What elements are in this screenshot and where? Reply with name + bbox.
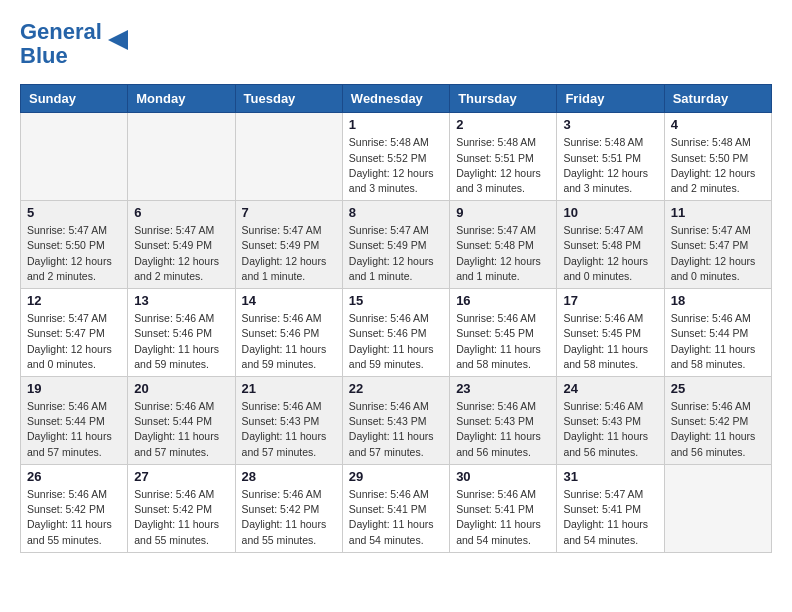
- day-info: Sunrise: 5:47 AM Sunset: 5:47 PM Dayligh…: [27, 311, 121, 372]
- weekday-header: Monday: [128, 85, 235, 113]
- calendar-week-row: 5Sunrise: 5:47 AM Sunset: 5:50 PM Daylig…: [21, 201, 772, 289]
- calendar-cell: [664, 464, 771, 552]
- day-info: Sunrise: 5:47 AM Sunset: 5:50 PM Dayligh…: [27, 223, 121, 284]
- svg-marker-0: [108, 30, 128, 50]
- day-number: 22: [349, 381, 443, 396]
- calendar-header-row: SundayMondayTuesdayWednesdayThursdayFrid…: [21, 85, 772, 113]
- day-number: 4: [671, 117, 765, 132]
- calendar-cell: 18Sunrise: 5:46 AM Sunset: 5:44 PM Dayli…: [664, 289, 771, 377]
- calendar-cell: 14Sunrise: 5:46 AM Sunset: 5:46 PM Dayli…: [235, 289, 342, 377]
- day-number: 30: [456, 469, 550, 484]
- day-info: Sunrise: 5:47 AM Sunset: 5:48 PM Dayligh…: [563, 223, 657, 284]
- day-number: 26: [27, 469, 121, 484]
- day-number: 29: [349, 469, 443, 484]
- day-info: Sunrise: 5:46 AM Sunset: 5:43 PM Dayligh…: [456, 399, 550, 460]
- calendar-cell: 28Sunrise: 5:46 AM Sunset: 5:42 PM Dayli…: [235, 464, 342, 552]
- calendar-cell: 19Sunrise: 5:46 AM Sunset: 5:44 PM Dayli…: [21, 377, 128, 465]
- day-number: 17: [563, 293, 657, 308]
- day-info: Sunrise: 5:46 AM Sunset: 5:43 PM Dayligh…: [563, 399, 657, 460]
- calendar-cell: 5Sunrise: 5:47 AM Sunset: 5:50 PM Daylig…: [21, 201, 128, 289]
- day-number: 8: [349, 205, 443, 220]
- calendar-cell: 11Sunrise: 5:47 AM Sunset: 5:47 PM Dayli…: [664, 201, 771, 289]
- calendar-cell: 26Sunrise: 5:46 AM Sunset: 5:42 PM Dayli…: [21, 464, 128, 552]
- day-info: Sunrise: 5:48 AM Sunset: 5:50 PM Dayligh…: [671, 135, 765, 196]
- calendar-table: SundayMondayTuesdayWednesdayThursdayFrid…: [20, 84, 772, 552]
- calendar-cell: 22Sunrise: 5:46 AM Sunset: 5:43 PM Dayli…: [342, 377, 449, 465]
- day-number: 2: [456, 117, 550, 132]
- calendar-cell: 4Sunrise: 5:48 AM Sunset: 5:50 PM Daylig…: [664, 113, 771, 201]
- calendar-cell: 21Sunrise: 5:46 AM Sunset: 5:43 PM Dayli…: [235, 377, 342, 465]
- day-info: Sunrise: 5:47 AM Sunset: 5:49 PM Dayligh…: [349, 223, 443, 284]
- day-info: Sunrise: 5:46 AM Sunset: 5:45 PM Dayligh…: [563, 311, 657, 372]
- day-info: Sunrise: 5:46 AM Sunset: 5:43 PM Dayligh…: [242, 399, 336, 460]
- calendar-cell: 20Sunrise: 5:46 AM Sunset: 5:44 PM Dayli…: [128, 377, 235, 465]
- day-info: Sunrise: 5:46 AM Sunset: 5:46 PM Dayligh…: [349, 311, 443, 372]
- day-info: Sunrise: 5:46 AM Sunset: 5:43 PM Dayligh…: [349, 399, 443, 460]
- calendar-cell: 23Sunrise: 5:46 AM Sunset: 5:43 PM Dayli…: [450, 377, 557, 465]
- day-number: 16: [456, 293, 550, 308]
- calendar-week-row: 26Sunrise: 5:46 AM Sunset: 5:42 PM Dayli…: [21, 464, 772, 552]
- day-number: 7: [242, 205, 336, 220]
- calendar-cell: 6Sunrise: 5:47 AM Sunset: 5:49 PM Daylig…: [128, 201, 235, 289]
- calendar-cell: 9Sunrise: 5:47 AM Sunset: 5:48 PM Daylig…: [450, 201, 557, 289]
- weekday-header: Tuesday: [235, 85, 342, 113]
- calendar-cell: 1Sunrise: 5:48 AM Sunset: 5:52 PM Daylig…: [342, 113, 449, 201]
- day-info: Sunrise: 5:47 AM Sunset: 5:49 PM Dayligh…: [134, 223, 228, 284]
- day-number: 6: [134, 205, 228, 220]
- calendar-cell: [21, 113, 128, 201]
- page-header: GeneralBlue: [20, 20, 772, 68]
- day-number: 24: [563, 381, 657, 396]
- calendar-cell: 25Sunrise: 5:46 AM Sunset: 5:42 PM Dayli…: [664, 377, 771, 465]
- day-number: 12: [27, 293, 121, 308]
- weekday-header: Thursday: [450, 85, 557, 113]
- day-info: Sunrise: 5:46 AM Sunset: 5:41 PM Dayligh…: [349, 487, 443, 548]
- calendar-cell: 27Sunrise: 5:46 AM Sunset: 5:42 PM Dayli…: [128, 464, 235, 552]
- weekday-header: Sunday: [21, 85, 128, 113]
- day-info: Sunrise: 5:46 AM Sunset: 5:44 PM Dayligh…: [134, 399, 228, 460]
- weekday-header: Saturday: [664, 85, 771, 113]
- calendar-cell: 8Sunrise: 5:47 AM Sunset: 5:49 PM Daylig…: [342, 201, 449, 289]
- calendar-cell: 17Sunrise: 5:46 AM Sunset: 5:45 PM Dayli…: [557, 289, 664, 377]
- day-number: 25: [671, 381, 765, 396]
- calendar-cell: 3Sunrise: 5:48 AM Sunset: 5:51 PM Daylig…: [557, 113, 664, 201]
- calendar-cell: 7Sunrise: 5:47 AM Sunset: 5:49 PM Daylig…: [235, 201, 342, 289]
- calendar-cell: 31Sunrise: 5:47 AM Sunset: 5:41 PM Dayli…: [557, 464, 664, 552]
- day-info: Sunrise: 5:47 AM Sunset: 5:49 PM Dayligh…: [242, 223, 336, 284]
- calendar-cell: 12Sunrise: 5:47 AM Sunset: 5:47 PM Dayli…: [21, 289, 128, 377]
- day-info: Sunrise: 5:46 AM Sunset: 5:41 PM Dayligh…: [456, 487, 550, 548]
- logo-icon: [104, 26, 132, 54]
- day-info: Sunrise: 5:46 AM Sunset: 5:42 PM Dayligh…: [242, 487, 336, 548]
- calendar-week-row: 1Sunrise: 5:48 AM Sunset: 5:52 PM Daylig…: [21, 113, 772, 201]
- day-number: 18: [671, 293, 765, 308]
- day-info: Sunrise: 5:46 AM Sunset: 5:45 PM Dayligh…: [456, 311, 550, 372]
- day-info: Sunrise: 5:46 AM Sunset: 5:44 PM Dayligh…: [671, 311, 765, 372]
- weekday-header: Friday: [557, 85, 664, 113]
- day-number: 19: [27, 381, 121, 396]
- day-number: 31: [563, 469, 657, 484]
- day-number: 10: [563, 205, 657, 220]
- calendar-cell: 29Sunrise: 5:46 AM Sunset: 5:41 PM Dayli…: [342, 464, 449, 552]
- day-info: Sunrise: 5:46 AM Sunset: 5:42 PM Dayligh…: [27, 487, 121, 548]
- day-number: 14: [242, 293, 336, 308]
- weekday-header: Wednesday: [342, 85, 449, 113]
- day-info: Sunrise: 5:46 AM Sunset: 5:46 PM Dayligh…: [134, 311, 228, 372]
- day-number: 11: [671, 205, 765, 220]
- day-number: 28: [242, 469, 336, 484]
- day-number: 13: [134, 293, 228, 308]
- day-info: Sunrise: 5:48 AM Sunset: 5:52 PM Dayligh…: [349, 135, 443, 196]
- calendar-cell: 2Sunrise: 5:48 AM Sunset: 5:51 PM Daylig…: [450, 113, 557, 201]
- day-info: Sunrise: 5:46 AM Sunset: 5:42 PM Dayligh…: [134, 487, 228, 548]
- day-info: Sunrise: 5:46 AM Sunset: 5:44 PM Dayligh…: [27, 399, 121, 460]
- day-number: 15: [349, 293, 443, 308]
- day-number: 21: [242, 381, 336, 396]
- day-number: 20: [134, 381, 228, 396]
- day-info: Sunrise: 5:46 AM Sunset: 5:46 PM Dayligh…: [242, 311, 336, 372]
- logo-text: GeneralBlue: [20, 20, 102, 68]
- day-info: Sunrise: 5:47 AM Sunset: 5:47 PM Dayligh…: [671, 223, 765, 284]
- day-number: 1: [349, 117, 443, 132]
- calendar-cell: 16Sunrise: 5:46 AM Sunset: 5:45 PM Dayli…: [450, 289, 557, 377]
- day-info: Sunrise: 5:48 AM Sunset: 5:51 PM Dayligh…: [563, 135, 657, 196]
- calendar-cell: 24Sunrise: 5:46 AM Sunset: 5:43 PM Dayli…: [557, 377, 664, 465]
- calendar-cell: 10Sunrise: 5:47 AM Sunset: 5:48 PM Dayli…: [557, 201, 664, 289]
- calendar-cell: [128, 113, 235, 201]
